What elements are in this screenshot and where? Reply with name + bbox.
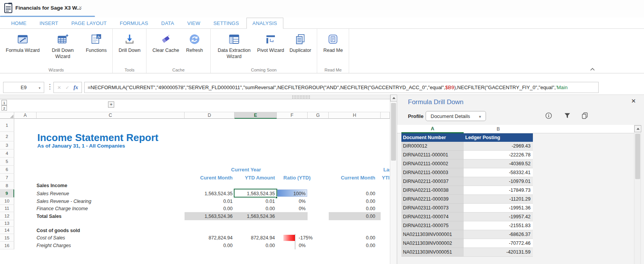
cell-e15[interactable]: 872,824.94: [235, 234, 277, 242]
cell-h10[interactable]: 0.00: [329, 198, 381, 205]
drill-row-na0211303inv000001-document[interactable]: NA0211303INV000001: [401, 230, 464, 239]
drill-row-dirna02211-000039-document[interactable]: DIRNA02211-000039: [401, 195, 464, 204]
data-extraction-wizard-button[interactable]: Data Extraction Wizard: [214, 29, 255, 60]
row-header-5[interactable]: 5: [0, 158, 14, 166]
drill-row-dirna02211-000038-amount[interactable]: -17849.73: [464, 186, 533, 195]
label-sales-income[interactable]: Sales Income: [37, 182, 185, 189]
panel-close-icon[interactable]: ✕: [631, 98, 636, 105]
drill-row-dirna02211-000038-document[interactable]: DIRNA02211-000038: [401, 186, 464, 195]
read-me-button[interactable]: Read Me: [320, 29, 346, 53]
row-header-15[interactable]: 15: [0, 234, 14, 242]
header-ytd-clipped[interactable]: YTI: [382, 174, 389, 182]
cell-d16[interactable]: 0.00: [185, 242, 235, 249]
drill-row-na0211303inv000051-amount[interactable]: -420131.59: [464, 248, 533, 257]
outline-level-1-button[interactable]: 1: [2, 100, 7, 105]
cell-f15[interactable]: -175%: [277, 234, 313, 242]
row-header-14[interactable]: 14: [0, 227, 14, 234]
tab-settings[interactable]: SETTINGS: [208, 18, 245, 28]
label-finance-charge-income[interactable]: Finance Charge Income: [37, 205, 185, 212]
column-header-f[interactable]: F: [277, 112, 308, 119]
tab-view[interactable]: VIEW: [181, 18, 206, 28]
cell-e9[interactable]: 1,563,524.35: [235, 189, 277, 198]
pivot-wizard-button[interactable]: Pivot Wizard: [255, 29, 287, 53]
scroll-up-button[interactable]: [390, 95, 397, 101]
header-current-month-right[interactable]: Current Month: [329, 174, 381, 182]
accept-formula-icon[interactable]: ✓: [65, 85, 69, 90]
panel-vertical-scrollbar[interactable]: [634, 125, 641, 264]
drill-row-dirna02311-000073-document[interactable]: DIRNA02311-000073: [401, 204, 464, 213]
row-header-11[interactable]: 11: [0, 205, 14, 212]
collapse-ribbon-icon[interactable]: [590, 66, 596, 70]
drill-row-dirna02111-000002-amount[interactable]: -40369.52: [464, 159, 533, 168]
formula-input[interactable]: =NECFORMULA("CURRENT","490000578","SERVE…: [84, 82, 599, 93]
column-header-e[interactable]: E: [235, 112, 277, 119]
clear-cache-button[interactable]: Clear Cache: [150, 29, 181, 53]
column-header-g[interactable]: G: [308, 112, 329, 119]
profile-dropdown[interactable]: Document Details ▼: [426, 111, 486, 121]
drill-down-wizard-button[interactable]: Drill Down Wizard: [42, 29, 83, 60]
label-cost-of-sales[interactable]: Cost of Sales: [37, 234, 185, 242]
row-header-8[interactable]: 8: [0, 182, 14, 189]
header-last-year-clipped[interactable]: Las: [383, 166, 390, 174]
drill-row-dirna02111-000002-document[interactable]: DIRNA02111-000002: [401, 159, 464, 168]
cell-h9[interactable]: 0.00: [329, 189, 381, 198]
label-total-sales[interactable]: Total Sales: [37, 212, 185, 220]
header-ratio-ytd[interactable]: Ratio (YTD): [277, 174, 317, 182]
row-header-6[interactable]: 6: [0, 166, 14, 174]
label-sales-revenue[interactable]: Sales Revenue: [37, 189, 185, 198]
cell-d12[interactable]: 1,563,524.36: [185, 212, 235, 220]
tab-data[interactable]: DATA: [155, 18, 180, 28]
row-header-7[interactable]: 7: [0, 174, 14, 182]
row-header-2[interactable]: 2: [0, 132, 14, 141]
row-header-3[interactable]: 3: [0, 141, 14, 149]
drill-row-dirna02111-000001-amount[interactable]: -22226.78: [464, 151, 533, 159]
drill-row-dirna02311-000074-document[interactable]: DIRNA02311-000074: [401, 213, 464, 221]
panel-column-b[interactable]: B: [464, 125, 533, 133]
panel-scroll-up-button[interactable]: [634, 125, 641, 132]
splitter-drag-handle[interactable]: [292, 96, 310, 98]
drill-down-button[interactable]: Drill Down: [116, 29, 143, 53]
tab-page-layout[interactable]: PAGE LAYOUT: [65, 18, 112, 28]
drill-row-na0211303inv000001-amount[interactable]: -68626.37: [464, 230, 533, 239]
header-ytd-amount[interactable]: YTD Amount: [235, 174, 277, 182]
row-header-12[interactable]: 12: [0, 212, 14, 220]
drill-row-dirna02211-000037-document[interactable]: DIRNA02211-000037: [401, 177, 464, 186]
drill-row-dirna02311-000073-amount[interactable]: -19951.36: [464, 204, 533, 213]
panel-header-document-number[interactable]: Document Number: [401, 133, 464, 142]
cell-h12[interactable]: 0.00: [329, 212, 381, 220]
column-header-a[interactable]: A: [14, 112, 37, 119]
scroll-thumb[interactable]: [391, 103, 396, 161]
filter-icon[interactable]: [563, 112, 571, 120]
report-subtitle[interactable]: As of January 31, 1 - All Companies: [37, 143, 125, 149]
label-sales-revenue-clearing[interactable]: Sales Revenue - Clearing: [37, 198, 185, 205]
row-header-9[interactable]: 9: [0, 189, 14, 198]
drill-row-dirna02311-000075-document[interactable]: DIRNA02311-000075: [401, 221, 464, 230]
cell-f10[interactable]: 0%: [277, 198, 307, 205]
row-header-10[interactable]: 10: [0, 198, 14, 205]
cell-f16[interactable]: 0%: [277, 242, 307, 249]
info-icon[interactable]: [545, 112, 552, 120]
copy-icon[interactable]: [581, 112, 589, 120]
row-header-16[interactable]: 16: [0, 242, 14, 249]
outline-level-2-button[interactable]: 2: [2, 105, 7, 111]
cancel-formula-icon[interactable]: ✕: [57, 85, 61, 90]
cell-h16[interactable]: 0.00: [329, 242, 381, 249]
drill-row-dirna02111-000003-amount[interactable]: -58332.41: [464, 168, 533, 177]
header-current-year[interactable]: Current Year: [185, 166, 308, 174]
tab-analysis[interactable]: ANALYSIS: [246, 18, 283, 29]
row-header-4[interactable]: 4: [0, 149, 14, 158]
panel-scroll-thumb[interactable]: [635, 134, 640, 179]
formula-wizard-button[interactable]: Formula Wizard: [3, 29, 42, 53]
formula-bar-menu-icon[interactable]: ⋮: [47, 83, 53, 91]
cell-h15[interactable]: 0.00: [329, 234, 381, 242]
name-box[interactable]: E9 ▼: [3, 82, 44, 93]
cell-e12[interactable]: 1,563,524.36: [235, 212, 277, 220]
cell-d9[interactable]: 1,563,524.35: [185, 189, 235, 198]
cell-e11[interactable]: 0.00: [235, 205, 277, 212]
drill-row-na0211303inv000051-document[interactable]: NA0211303INV000051: [401, 248, 464, 257]
header-curent-month[interactable]: Curent Month: [185, 174, 235, 182]
row-header-13[interactable]: 13: [0, 220, 14, 227]
drill-row-dir000012-document[interactable]: DIR000012: [401, 142, 464, 151]
column-header-d[interactable]: D: [185, 112, 235, 119]
column-header-h[interactable]: H: [329, 112, 381, 119]
